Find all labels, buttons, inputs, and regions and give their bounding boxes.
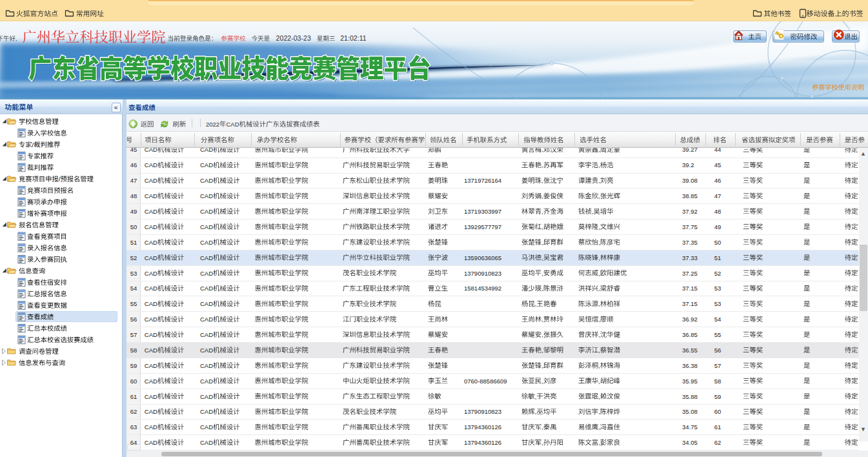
- svg-text:,: ,: [541, 331, 543, 338]
- svg-text:,: ,: [541, 239, 543, 246]
- svg-text:,: ,: [541, 316, 543, 323]
- svg-text:64: 64: [130, 439, 137, 446]
- svg-text:CAD: CAD: [145, 408, 157, 415]
- svg-text:21:02:11: 21:02:11: [340, 34, 367, 42]
- svg-text:37.92: 37.92: [682, 208, 698, 215]
- svg-text:CAD: CAD: [200, 362, 213, 369]
- svg-text:,: ,: [598, 254, 600, 261]
- svg-text:13719303997: 13719303997: [464, 208, 501, 215]
- svg-text:,: ,: [592, 208, 594, 215]
- svg-text:36.38: 36.38: [682, 362, 698, 369]
- svg-text:,: ,: [598, 347, 600, 354]
- svg-text:50: 50: [714, 239, 722, 246]
- svg-text:13719726164: 13719726164: [464, 177, 501, 184]
- svg-text:CAD: CAD: [145, 347, 157, 354]
- svg-text:57: 57: [130, 331, 137, 338]
- svg-text:36.85: 36.85: [682, 331, 698, 338]
- svg-text:37.15: 37.15: [682, 285, 698, 292]
- svg-text:52: 52: [130, 254, 137, 261]
- svg-text:CAD: CAD: [200, 285, 213, 292]
- svg-text:,: ,: [541, 223, 543, 230]
- svg-text:13794360126: 13794360126: [464, 423, 501, 431]
- svg-text:,: ,: [598, 362, 600, 369]
- svg-text:,: ,: [15, 36, 17, 42]
- svg-text:36.55: 36.55: [682, 347, 698, 354]
- svg-text:53: 53: [130, 270, 137, 277]
- svg-text:,: ,: [535, 408, 537, 415]
- svg-text:39.08: 39.08: [682, 177, 698, 184]
- svg-text:60: 60: [130, 378, 137, 385]
- svg-text:,: ,: [598, 239, 600, 246]
- svg-text:/: /: [32, 141, 34, 148]
- svg-text:46: 46: [130, 161, 137, 168]
- svg-text:,: ,: [598, 223, 600, 230]
- svg-text:CAD: CAD: [145, 254, 157, 261]
- svg-text:13794360126: 13794360126: [464, 439, 501, 446]
- svg-text:13790910823: 13790910823: [464, 408, 501, 415]
- svg-text:CAD: CAD: [145, 316, 157, 323]
- svg-text:,: ,: [535, 393, 537, 400]
- svg-text:52: 52: [714, 270, 722, 277]
- svg-text:CAD: CAD: [145, 146, 157, 153]
- svg-text:,: ,: [598, 285, 600, 292]
- svg-text:,: ,: [541, 177, 543, 184]
- svg-text:39.2: 39.2: [682, 161, 694, 168]
- svg-text:55: 55: [714, 331, 722, 338]
- svg-text:61: 61: [130, 393, 137, 400]
- svg-text:34.75: 34.75: [682, 423, 698, 431]
- svg-text:45: 45: [714, 161, 722, 168]
- svg-text:CAD: CAD: [200, 223, 213, 230]
- svg-text:37.33: 37.33: [682, 254, 698, 261]
- svg-text:62: 62: [130, 408, 137, 415]
- svg-text:CAD: CAD: [145, 223, 157, 230]
- svg-text:CAD: CAD: [200, 378, 213, 385]
- svg-text:CAD: CAD: [227, 121, 239, 128]
- svg-text:,: ,: [541, 347, 543, 354]
- svg-text:CAD: CAD: [200, 177, 213, 184]
- svg-text:CAD: CAD: [200, 270, 213, 277]
- svg-text:56: 56: [130, 316, 137, 323]
- svg-text:2022-03-23: 2022-03-23: [276, 34, 311, 42]
- svg-text:,: ,: [598, 177, 600, 184]
- svg-text:49: 49: [130, 208, 137, 215]
- svg-text:,: ,: [541, 439, 543, 446]
- svg-text:37.15: 37.15: [682, 300, 698, 307]
- svg-text:CAD: CAD: [145, 423, 157, 431]
- svg-text:46: 46: [714, 177, 722, 184]
- svg-text:63: 63: [130, 423, 137, 431]
- svg-text:CAD: CAD: [200, 316, 213, 323]
- svg-text:53: 53: [714, 300, 722, 307]
- svg-text:37.35: 37.35: [682, 239, 698, 246]
- svg-text:58: 58: [714, 378, 722, 385]
- svg-text:13929577797: 13929577797: [464, 223, 501, 230]
- svg-text:,: ,: [541, 378, 543, 385]
- svg-text:CAD: CAD: [145, 177, 157, 184]
- svg-text:35.08: 35.08: [682, 408, 698, 415]
- svg-text:,: ,: [598, 378, 600, 385]
- svg-text:CAD: CAD: [200, 161, 213, 168]
- svg-text:CAD: CAD: [200, 208, 213, 215]
- svg-text:,: ,: [535, 300, 537, 307]
- svg-text:,: ,: [598, 161, 600, 168]
- svg-text:CAD: CAD: [145, 393, 157, 400]
- svg-text:,: ,: [541, 161, 543, 168]
- svg-text:60: 60: [714, 408, 722, 415]
- svg-text:,: ,: [598, 408, 600, 415]
- svg-text:,: ,: [541, 423, 543, 431]
- svg-text:CAD: CAD: [145, 378, 157, 385]
- svg-text:CAD: CAD: [145, 362, 157, 369]
- svg-text:56: 56: [714, 347, 722, 354]
- svg-text:36.92: 36.92: [682, 316, 698, 323]
- svg-text:/: /: [59, 176, 61, 183]
- svg-text:CAD: CAD: [200, 423, 213, 431]
- svg-text:13790910823: 13790910823: [464, 270, 501, 277]
- svg-text:55: 55: [130, 300, 137, 307]
- svg-text:CAD: CAD: [145, 331, 157, 338]
- svg-text:,: ,: [541, 146, 543, 153]
- svg-text:CAD: CAD: [145, 239, 157, 246]
- svg-text:53: 53: [714, 285, 722, 292]
- svg-text:50: 50: [130, 223, 137, 230]
- svg-text:CAD: CAD: [200, 192, 213, 199]
- svg-text:61: 61: [714, 423, 722, 431]
- svg-text:57: 57: [714, 362, 722, 369]
